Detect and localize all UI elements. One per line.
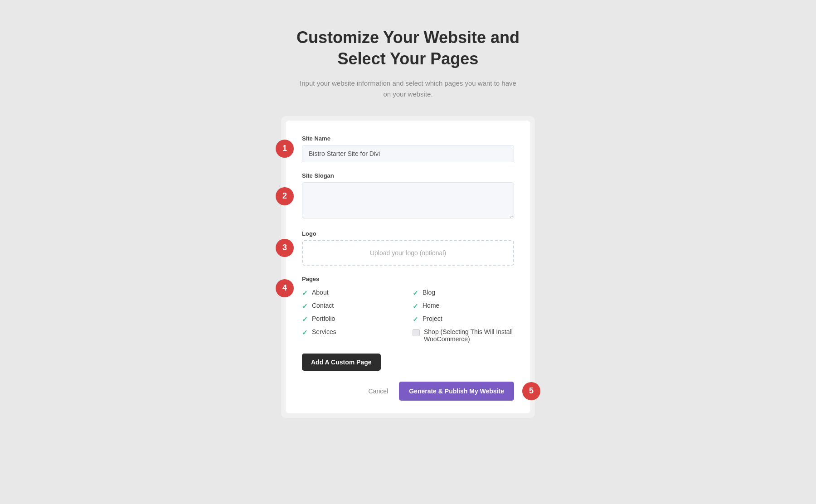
page-item-about[interactable]: ✓ About <box>302 289 403 297</box>
site-name-input[interactable] <box>302 145 514 162</box>
page-label-about: About <box>312 289 329 296</box>
site-slogan-group: 2 Site Slogan <box>302 172 514 220</box>
check-shop <box>413 329 420 336</box>
page-item-shop[interactable]: Shop (Selecting This Will Install WooCom… <box>413 328 514 343</box>
page-label-blog: Blog <box>423 289 435 296</box>
check-portfolio: ✓ <box>302 315 308 324</box>
step-3-badge: 3 <box>276 239 294 257</box>
site-name-group: 1 Site Name <box>302 135 514 162</box>
page-item-home[interactable]: ✓ Home <box>413 302 514 310</box>
page-item-services[interactable]: ✓ Services <box>302 328 403 343</box>
generate-publish-button[interactable]: Generate & Publish My Website <box>399 382 514 401</box>
page-label-shop: Shop (Selecting This Will Install WooCom… <box>424 328 514 343</box>
check-contact: ✓ <box>302 302 308 310</box>
check-about: ✓ <box>302 289 308 297</box>
site-name-label: Site Name <box>302 135 514 142</box>
pages-group: 4 Pages ✓ About ✓ Blog ✓ <box>302 276 514 343</box>
step-5-badge: 5 <box>522 382 540 400</box>
page-subtitle: Input your website information and selec… <box>299 78 517 100</box>
card-wrapper: 1 Site Name 2 Site Slogan 3 Logo Upload … <box>281 116 535 418</box>
page-container: Customize Your Website and Select Your P… <box>0 0 816 504</box>
page-label-home: Home <box>423 302 439 309</box>
check-services: ✓ <box>302 329 308 337</box>
logo-upload-area[interactable]: Upload your logo (optional) <box>302 240 514 266</box>
page-title: Customize Your Website and Select Your P… <box>296 27 520 70</box>
page-label-project: Project <box>423 315 442 322</box>
actions-row: Cancel Generate & Publish My Website 5 <box>302 382 514 401</box>
cancel-button[interactable]: Cancel <box>365 386 392 397</box>
page-label-contact: Contact <box>312 302 334 309</box>
step-1-badge: 1 <box>276 140 294 158</box>
form-card: 1 Site Name 2 Site Slogan 3 Logo Upload … <box>286 121 530 413</box>
pages-grid: ✓ About ✓ Blog ✓ Contact ✓ <box>302 289 514 343</box>
check-project: ✓ <box>413 315 418 324</box>
page-label-services: Services <box>312 328 336 335</box>
pages-label: Pages <box>302 276 514 282</box>
upload-text: Upload your logo (optional) <box>370 249 446 257</box>
page-item-portfolio[interactable]: ✓ Portfolio <box>302 315 403 324</box>
logo-label: Logo <box>302 230 514 237</box>
page-item-project[interactable]: ✓ Project <box>413 315 514 324</box>
site-slogan-label: Site Slogan <box>302 172 514 179</box>
add-custom-page-button[interactable]: Add A Custom Page <box>302 354 381 371</box>
page-label-portfolio: Portfolio <box>312 315 335 322</box>
check-home: ✓ <box>413 302 418 310</box>
step-2-badge: 2 <box>276 187 294 205</box>
step-4-badge: 4 <box>276 279 294 297</box>
page-item-blog[interactable]: ✓ Blog <box>413 289 514 297</box>
check-blog: ✓ <box>413 289 418 297</box>
page-item-contact[interactable]: ✓ Contact <box>302 302 403 310</box>
logo-group: 3 Logo Upload your logo (optional) <box>302 230 514 266</box>
site-slogan-input[interactable] <box>302 182 514 218</box>
